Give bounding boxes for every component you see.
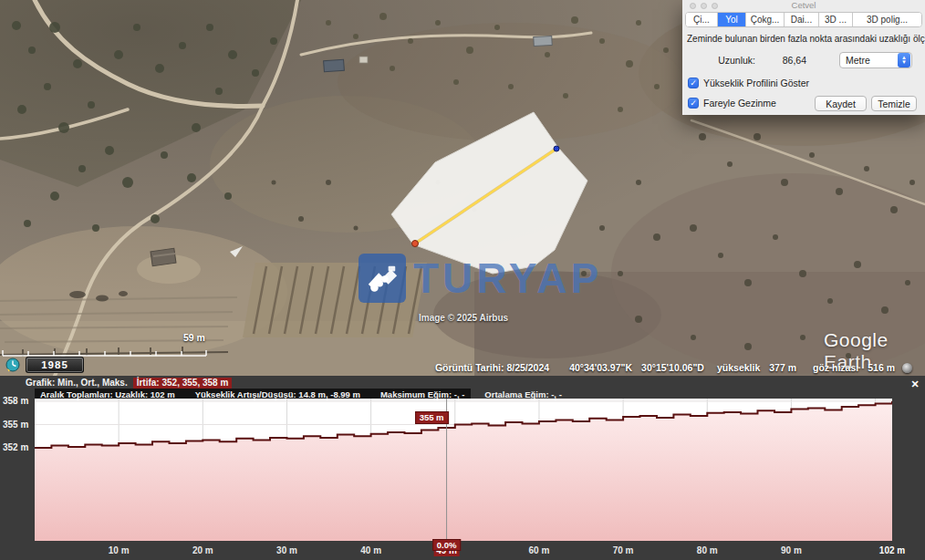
dropdown-stepper-icon: ▲▼ [898,53,910,67]
ruler-start-point[interactable] [412,241,419,247]
y-tick-label: 352 m [3,442,34,452]
elevation-chart[interactable] [35,399,892,541]
elevation-profile-panel: Grafik: Min., Ort., Maks. İrtifa: 352, 3… [0,376,925,560]
profile-checkbox-row: ✓ Yükseklik Profilini Göster [688,78,925,88]
longitude: 30°15'10.06"D [641,362,704,373]
elevation-label: yükseklik [717,362,760,373]
avg-slope: Ortalama Eğim: -, - [484,389,561,399]
eye-altitude-value: 516 m [868,362,895,373]
x-tick-label: 30 m [274,544,300,556]
dialog-title: Cetvel [682,0,925,10]
close-window-icon[interactable] [690,3,696,9]
elevation-value: 377 m [769,362,796,373]
minimize-window-icon[interactable] [701,3,707,9]
cursor-slope-tooltip: 0.0% [432,539,462,551]
eye-altitude-label: göz hizası [813,362,858,373]
x-tick-label: 80 m [694,544,721,556]
tab-polygon[interactable]: Çokg... [746,13,785,26]
zoom-window-icon[interactable] [712,3,718,9]
max-slope: Maksimum Eğim: -, - [380,389,464,399]
close-profile-icon[interactable]: ✕ [909,378,921,390]
tab-circle[interactable]: Dai... [785,13,819,26]
length-row: Uzunluk: 86,64 Metre ▲▼ [682,52,925,68]
imagery-date: Görüntü Tarihi: 8/25/2024 [435,362,549,373]
x-tick-label: 70 m [610,544,637,556]
show-profile-label: Yükseklik Profilini Göster [703,78,809,88]
range-totals-distance: Aralık Toplamları: Uzaklık: 102 m [40,389,175,399]
x-tick-label: 90 m [778,544,805,556]
x-tick-label: 60 m [526,544,553,556]
tab-path[interactable]: Yol [718,13,746,26]
show-profile-checkbox[interactable]: ✓ [688,78,699,88]
x-tick-label: 10 m [106,544,132,556]
clear-button[interactable]: Temizle [871,96,917,111]
measure-mode-tabs: Çi... Yol Çokg... Dai... 3D ... 3D polig… [685,12,922,27]
cursor-elevation-tooltip: 355 m [415,411,449,424]
dialog-description: Zeminde bulunan birden fazla nokta arası… [687,34,925,44]
save-button[interactable]: Kaydet [815,96,867,111]
tab-3d-path[interactable]: 3D ... [819,13,853,26]
window-controls[interactable] [690,3,718,9]
latitude: 40°34'03.97"K [569,362,632,373]
streetview-pegman-icon[interactable] [902,363,912,373]
tab-3d-polygon[interactable]: 3D polig... [853,13,921,26]
google-earth-window: TURYAP Image © 2025 Airbus Google Earth … [0,0,925,560]
elevation-chart-svg[interactable] [35,399,892,541]
status-bar: Görüntü Tarihi: 8/25/2024 40°34'03.97"K … [0,359,925,376]
scale-label: 59 m [183,332,205,343]
y-tick-label: 358 m [3,396,34,406]
unit-value: Metre [840,55,898,66]
ruler-dialog: Cetvel Çi... Yol Çokg... Dai... 3D ... 3… [682,0,925,115]
length-value: 86,64 [783,55,806,66]
profile-header-row1: Grafik: Min., Ort., Maks. İrtifa: 352, 3… [0,377,925,389]
check-icon: ✓ [690,78,697,88]
x-tick-label: 102 m [877,544,908,556]
unit-dropdown[interactable]: Metre ▲▼ [839,52,912,68]
logo-google: Google [824,329,889,350]
length-label: Uzunluk: [718,55,755,66]
x-tick-label: 40 m [358,544,384,556]
elevation-stats-highlight: İrtifa: 352, 355, 358 m [133,378,233,389]
y-tick-label: 355 m [3,420,34,430]
graph-stats-label: Grafik: Min., Ort., Maks. [26,378,128,388]
x-tick-label: 20 m [190,544,216,556]
ruler-end-point[interactable] [554,146,559,151]
image-credit: Image © 2025 Airbus [419,313,508,323]
gain-loss: Yükseklik Artışı/Düşüşü: 14.8 m, -8.99 m [195,389,360,399]
dialog-titlebar[interactable]: Cetvel [682,0,925,10]
plowed-field [243,263,427,337]
tab-line[interactable]: Çi... [686,13,718,26]
